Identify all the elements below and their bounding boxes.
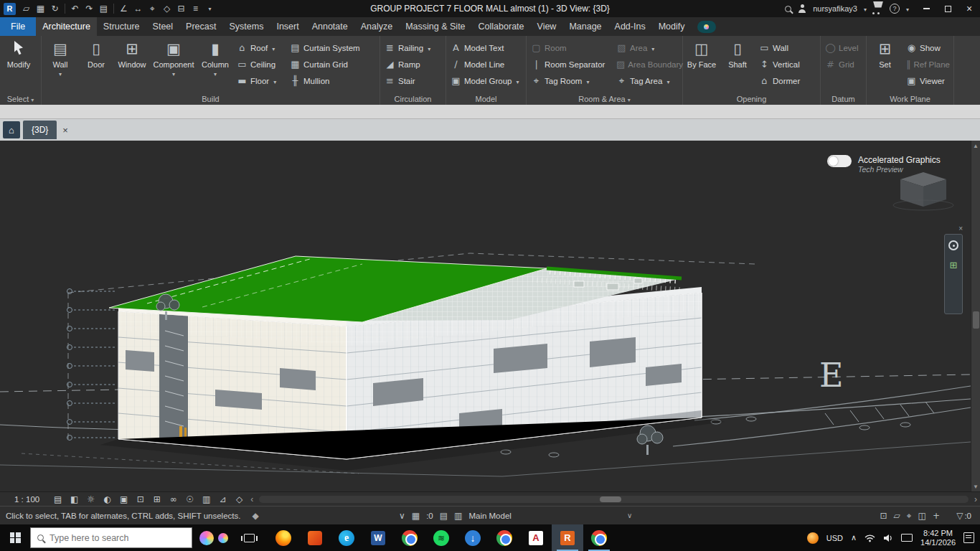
select-underlay-icon[interactable]: ▱ xyxy=(894,511,900,521)
wall-opening-button[interactable]: ▭Wall xyxy=(757,39,814,56)
design-option-dropdown-icon[interactable]: ∨ xyxy=(627,512,632,519)
tab-add-ins[interactable]: Add-Ins xyxy=(608,17,652,36)
visual-style-icon[interactable]: ◧ xyxy=(66,493,83,506)
view-scale-button[interactable]: 1 : 100 xyxy=(14,495,39,504)
select-links-icon[interactable]: ⊡ xyxy=(880,511,887,521)
close-navbar-icon[interactable]: × xyxy=(944,225,964,232)
taskbar-app-chrome-2[interactable] xyxy=(489,524,520,551)
cart-icon[interactable] xyxy=(873,4,883,14)
viewcube[interactable] xyxy=(892,166,955,215)
hide-isolate-icon[interactable]: ∞ xyxy=(165,493,182,506)
crop-view-icon[interactable]: ⊡ xyxy=(132,493,149,506)
scroll-down-icon[interactable]: ▼ xyxy=(973,481,979,491)
start-button[interactable] xyxy=(0,524,30,551)
dimension-icon[interactable]: ↔ xyxy=(131,2,145,16)
tag-icon[interactable]: ⌖ xyxy=(146,2,159,16)
currency-ticker[interactable]: USD xyxy=(826,534,843,542)
search-icon[interactable] xyxy=(785,6,791,12)
taskbar-app-revit[interactable]: R xyxy=(552,524,583,551)
curtain-grid-button[interactable]: ▦Curtain Grid xyxy=(288,56,364,72)
username[interactable]: nursyafikay3 xyxy=(813,4,857,13)
scroll-left-icon[interactable]: ‹ xyxy=(248,494,256,504)
floor-button[interactable]: ▬Floor xyxy=(235,72,285,89)
taskbar-app-chrome-1[interactable] xyxy=(394,524,425,551)
tag-room-button[interactable]: ⌖Tag Room xyxy=(529,72,611,89)
taskbar-app-chrome-3[interactable] xyxy=(583,524,615,551)
taskbar-app-orange[interactable] xyxy=(299,524,331,551)
cortana-icon[interactable] xyxy=(199,531,214,545)
print-icon[interactable]: ▤ xyxy=(97,2,110,16)
thin-lines-icon[interactable]: ≡ xyxy=(189,2,202,16)
notification-center-icon[interactable] xyxy=(963,532,974,543)
accelerated-graphics-toggle[interactable] xyxy=(827,155,852,167)
roof-button[interactable]: ⌂Roof xyxy=(235,39,285,56)
tab-annotate[interactable]: Annotate xyxy=(306,17,354,36)
set-button[interactable]: ⊞Set xyxy=(869,37,901,89)
sun-path-icon[interactable]: ☼ xyxy=(83,493,99,506)
taskbar-app-word[interactable]: W xyxy=(362,524,394,551)
design-options-icon[interactable]: ▤ xyxy=(440,511,448,521)
stair-button[interactable]: ≡Stair xyxy=(382,72,433,89)
panel-label-select[interactable]: Select xyxy=(0,93,41,105)
chevron-down-icon[interactable] xyxy=(906,4,909,13)
drag-on-selection-icon[interactable]: + xyxy=(933,511,940,521)
tab-steel[interactable]: Steel xyxy=(146,17,180,36)
component-button[interactable]: ▣Component xyxy=(151,37,196,89)
select-pinned-icon[interactable]: ⌖ xyxy=(907,511,912,521)
show-button[interactable]: ◉Show xyxy=(904,39,951,56)
tab-modify[interactable]: Modify xyxy=(652,17,692,36)
reveal-hidden-icon[interactable]: ☉ xyxy=(182,493,198,506)
model-line-button[interactable]: ∕Model Line xyxy=(448,56,522,72)
clock[interactable]: 8:42 PM 14/1/2026 xyxy=(920,529,956,547)
chevron-down-icon[interactable] xyxy=(864,4,867,13)
by-face-button[interactable]: ◫By Face xyxy=(685,37,718,89)
close-button[interactable]: × xyxy=(958,0,980,17)
task-view-icon[interactable] xyxy=(244,534,255,542)
view-properties-icon[interactable]: ▥ xyxy=(198,493,215,506)
room-separator-button[interactable]: ∣Room Separator xyxy=(529,56,611,72)
mullion-button[interactable]: ╫Mullion xyxy=(288,72,364,89)
active-design-option[interactable]: Main Model xyxy=(468,512,511,520)
taskbar-app-autocad[interactable]: A xyxy=(520,524,552,551)
crop-region-icon[interactable]: ⊞ xyxy=(149,493,165,506)
taskbar-app-edge[interactable]: e xyxy=(331,524,362,551)
search-input[interactable] xyxy=(50,533,164,543)
news-widget-icon[interactable] xyxy=(807,532,819,544)
tab-precast[interactable]: Precast xyxy=(179,17,222,36)
tab-insert[interactable]: Insert xyxy=(270,17,305,36)
railing-button[interactable]: ≣Railing xyxy=(382,39,433,56)
open-icon[interactable]: ▱ xyxy=(19,2,33,16)
sparkle-icon[interactable] xyxy=(218,533,228,543)
tab-file[interactable]: File xyxy=(0,17,36,36)
curtain-system-button[interactable]: ▤Curtain System xyxy=(288,39,364,56)
save-icon[interactable]: ▦ xyxy=(34,2,47,16)
door-button[interactable]: ▯Door xyxy=(80,37,113,89)
assistant-icon[interactable] xyxy=(697,21,716,33)
tag-area-button[interactable]: ⌖Tag Area xyxy=(614,72,680,89)
tab-systems[interactable]: Systems xyxy=(222,17,270,36)
view-tab-3d[interactable]: {3D} xyxy=(23,121,57,139)
minimize-button[interactable] xyxy=(915,0,937,17)
chevron-down-icon[interactable]: ∨ xyxy=(399,511,405,521)
analytical-model-icon[interactable]: ⊿ xyxy=(215,493,231,506)
measure-icon[interactable]: ∠ xyxy=(117,2,131,16)
tab-massing-site[interactable]: Massing & Site xyxy=(399,17,471,36)
sync-icon[interactable]: ↻ xyxy=(48,2,62,16)
window-button[interactable]: ⊞Window xyxy=(116,37,149,89)
wifi-icon[interactable] xyxy=(864,534,875,542)
column-button[interactable]: ▮Column xyxy=(199,37,232,89)
maximize-button[interactable] xyxy=(937,0,958,17)
dormer-button[interactable]: ⌂Dormer xyxy=(757,72,814,89)
scroll-right-icon[interactable]: › xyxy=(971,494,980,504)
model-group-button[interactable]: ▣Model Group xyxy=(448,72,522,89)
undo-icon[interactable]: ↶ xyxy=(68,2,82,16)
vertical-scroll-thumb[interactable] xyxy=(973,311,979,329)
taskbar-search[interactable] xyxy=(30,527,192,548)
rendering-icon[interactable]: ▣ xyxy=(116,493,132,506)
model-text-button[interactable]: AModel Text xyxy=(448,39,522,56)
design-options-icon-2[interactable]: ▥ xyxy=(454,511,462,521)
shadows-icon[interactable]: ◐ xyxy=(99,493,116,506)
panel-label-room-area[interactable]: Room & Area xyxy=(527,93,682,105)
selection-filter[interactable]: ▽ :0 xyxy=(956,511,971,521)
taskbar-app-spotify[interactable]: ≋ xyxy=(425,524,457,551)
